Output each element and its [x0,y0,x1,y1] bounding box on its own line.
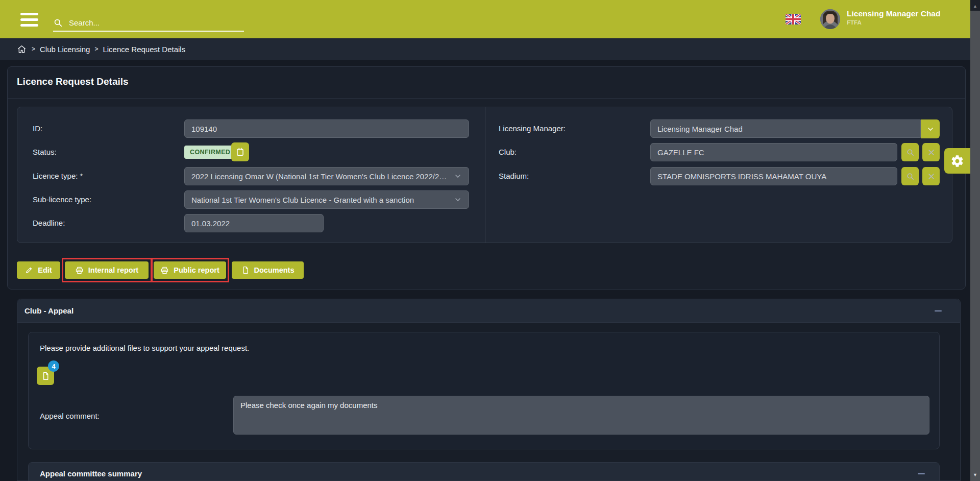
public-report-button[interactable]: Public report [154,261,226,279]
club-value: GAZELLE FC [657,148,890,157]
language-flag-uk-icon[interactable] [786,14,801,25]
stadium-clear-button[interactable] [922,167,940,185]
printer-icon [75,266,84,275]
scrollbar-thumb[interactable] [970,11,980,481]
hamburger-icon [20,13,38,15]
licence-form-panel: ID: 109140 Status: CONFIRMED Licence typ… [17,107,952,243]
club-appeal-title: Club - Appeal [24,299,74,323]
internal-report-button[interactable]: Internal report [65,261,149,279]
search-icon [906,148,915,157]
collapse-committee-button[interactable] [915,467,928,480]
licence-request-details-page: Licensing Manager Chad FTFA > Club Licen… [0,0,980,481]
hamburger-icon [20,24,38,27]
club-clear-button[interactable] [922,143,940,161]
appeal-committee-title: Appeal committee summary [40,463,142,481]
appeal-comment-label: Appeal comment: [40,412,100,420]
breadcrumb: > Club Licensing > Licence Request Detai… [0,38,980,60]
id-field: 109140 [184,119,469,138]
chevron-down-icon [454,172,462,180]
status-badge: CONFIRMED [184,146,236,159]
id-label: ID: [33,119,42,138]
user-avatar[interactable] [820,9,840,29]
edit-button-label: Edit [38,266,52,274]
deadline-value: 01.03.2022 [191,219,316,228]
appeal-comment-textarea[interactable]: Please check once again my documents [233,396,929,435]
document-icon [241,266,250,274]
appeal-files-panel: Please provide additional files to suppo… [28,332,940,449]
close-icon [927,149,935,156]
sub-licence-type-value: National 1st Tier Women's Club Licence -… [191,196,450,204]
minus-icon [935,310,942,311]
club-appeal-header: Club - Appeal [17,299,960,323]
documents-button[interactable]: Documents [232,261,304,279]
clipboard-icon [235,147,245,157]
search-input[interactable] [68,18,244,28]
documents-button-label: Documents [254,266,295,274]
pencil-icon [25,266,33,274]
licensing-manager-value: Licensing Manager Chad [657,125,914,133]
global-search [53,14,244,32]
sub-licence-type-label: Sub-licence type: [33,190,91,209]
club-field: GAZELLE FC [650,143,897,161]
deadline-field: 01.03.2022 [184,214,324,232]
stadium-field: STADE OMNISPORTS IDRISS MAHAMAT OUYA [650,167,897,185]
sub-licence-type-select[interactable]: National 1st Tier Women's Club Licence -… [184,190,469,209]
search-icon [906,172,915,181]
public-report-button-label: Public report [174,266,219,274]
file-icon [41,372,50,380]
licensing-manager-dropdown-button[interactable] [921,119,940,138]
licence-type-label: Licence type: * [33,167,83,185]
search-icon [53,18,63,28]
minus-icon [918,473,925,474]
id-value: 109140 [191,125,462,133]
breadcrumb-current-page: Licence Request Details [103,45,185,54]
files-count-badge: 4 [48,360,59,372]
licensing-manager-field: Licensing Manager Chad [650,119,921,138]
page-title: Licence Request Details [17,76,129,87]
status-history-button[interactable] [231,142,249,161]
licence-type-select[interactable]: 2022 Licensing Omar W (National 1st Tier… [184,167,469,185]
internal-report-button-label: Internal report [88,266,138,274]
stadium-value: STADE OMNISPORTS IDRISS MAHAMAT OUYA [657,172,890,181]
user-organisation: FTFA [847,19,940,27]
appeal-hint-text: Please provide additional files to suppo… [40,344,249,352]
appeal-committee-panel: Appeal committee summary [28,462,940,481]
home-icon[interactable] [17,44,27,54]
close-icon [927,173,935,180]
printer-icon [160,266,169,275]
breadcrumb-separator: > [94,45,98,53]
chevron-down-icon [926,125,935,133]
user-name: Licensing Manager Chad [847,9,940,19]
page-scrollbar[interactable]: ▲ ▼ [970,0,980,481]
hamburger-icon [20,18,38,21]
breadcrumb-club-licensing[interactable]: Club Licensing [40,45,90,54]
gear-icon [950,154,964,168]
club-appeal-section: Club - Appeal Please provide additional … [17,299,961,481]
club-search-button[interactable] [901,143,919,161]
top-bar: Licensing Manager Chad FTFA [0,0,980,38]
breadcrumb-separator: > [32,45,35,53]
collapse-section-button[interactable] [932,304,945,318]
menu-toggle-button[interactable] [20,13,38,27]
club-label: Club: [499,143,517,161]
edit-button[interactable]: Edit [17,261,60,279]
column-divider [485,107,486,243]
deadline-label: Deadline: [33,214,65,232]
licence-type-value: 2022 Licensing Omar W (National 1st Tier… [191,172,450,181]
title-divider [8,98,965,99]
settings-fab-button[interactable] [944,148,970,174]
scroll-down-icon[interactable]: ▼ [970,470,980,480]
stadium-label: Stadium: [499,167,529,185]
chevron-down-icon [454,196,462,204]
scroll-up-icon[interactable]: ▲ [970,1,980,11]
status-label: Status: [33,143,57,161]
user-menu[interactable]: Licensing Manager Chad FTFA [847,9,940,27]
licensing-manager-label: Licensing Manager: [499,119,566,138]
stadium-search-button[interactable] [901,167,919,185]
